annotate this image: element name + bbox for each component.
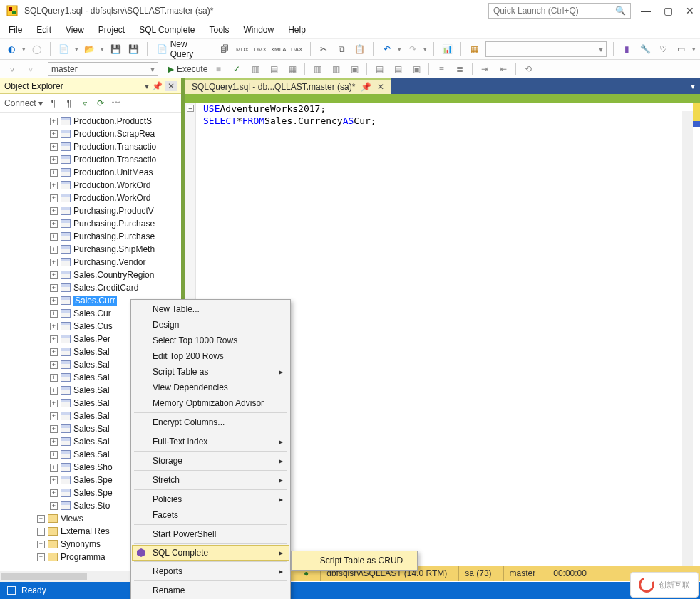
expand-icon[interactable]: + bbox=[50, 464, 58, 472]
context-menu-item[interactable]: Rename bbox=[133, 583, 289, 598]
tab-overflow-button[interactable]: ▾ bbox=[686, 78, 700, 94]
vertical-scrollbar[interactable] bbox=[682, 111, 693, 573]
results-grid-icon[interactable]: ▤ bbox=[371, 62, 387, 76]
panel-close-button[interactable]: ✕ bbox=[165, 81, 177, 91]
expand-icon[interactable]: + bbox=[50, 130, 58, 138]
database-selector[interactable]: master▾ bbox=[48, 62, 158, 76]
expand-icon[interactable]: + bbox=[37, 515, 45, 523]
tree-table-node[interactable]: +Purchasing.ShipMeth bbox=[50, 243, 181, 256]
minimize-button[interactable]: — bbox=[641, 5, 651, 16]
menu-window[interactable]: Window bbox=[243, 25, 274, 35]
expand-icon[interactable]: + bbox=[50, 310, 58, 318]
tree-table-node[interactable]: +Production.WorkOrd bbox=[50, 179, 181, 192]
expand-icon[interactable]: + bbox=[50, 220, 58, 228]
t2-icon[interactable]: ▥ bbox=[328, 62, 344, 76]
results-text-icon[interactable]: ▤ bbox=[390, 62, 406, 76]
close-button[interactable]: ✕ bbox=[686, 5, 694, 16]
tree-table-node[interactable]: +Purchasing.Vendor bbox=[50, 256, 181, 269]
context-menu-item[interactable]: Script Table as▸ bbox=[133, 364, 289, 380]
save-button[interactable]: 💾 bbox=[108, 42, 122, 56]
filter2-icon[interactable]: ▿ bbox=[23, 62, 38, 76]
expand-icon[interactable]: + bbox=[50, 233, 58, 241]
toolbar-combo[interactable]: ▾ bbox=[485, 41, 607, 57]
tree-table-node[interactable]: +Production.ProductS bbox=[50, 115, 181, 127]
nav-back-button[interactable]: ◐ bbox=[4, 42, 18, 56]
new-item-button[interactable]: 📄 bbox=[57, 42, 71, 56]
tree-table-node[interactable]: +Purchasing.Purchase bbox=[50, 230, 181, 243]
xmla-query-icon[interactable]: XMLA bbox=[272, 42, 286, 56]
tree-table-node[interactable]: +Production.WorkOrd bbox=[50, 192, 181, 204]
tree-table-node[interactable]: +Purchasing.Purchase bbox=[50, 217, 181, 230]
activity-monitor-icon[interactable]: 📊 bbox=[441, 42, 454, 56]
ext-btn1-icon[interactable]: ▮ bbox=[620, 42, 634, 56]
dmx-query-icon[interactable]: DMX bbox=[254, 42, 267, 56]
menu-edit[interactable]: Edit bbox=[36, 25, 51, 35]
expand-icon[interactable]: + bbox=[50, 207, 58, 215]
expand-icon[interactable]: + bbox=[50, 400, 58, 407]
expand-icon[interactable]: + bbox=[50, 259, 58, 266]
expand-icon[interactable]: + bbox=[37, 541, 45, 548]
oe-icon-1[interactable]: ¶ bbox=[48, 98, 58, 108]
copy-button[interactable]: ⧉ bbox=[335, 42, 349, 56]
expand-icon[interactable]: + bbox=[50, 438, 58, 446]
oe-filter-icon[interactable]: ▿ bbox=[80, 98, 90, 108]
undo-button[interactable]: ↶ bbox=[380, 42, 393, 56]
expand-icon[interactable]: + bbox=[50, 348, 58, 356]
heart-icon[interactable]: ♡ bbox=[657, 42, 670, 56]
tables-icon[interactable]: ▦ bbox=[468, 42, 481, 56]
expand-icon[interactable]: + bbox=[50, 194, 58, 202]
tab-close-button[interactable]: ✕ bbox=[377, 82, 384, 92]
context-menu-item[interactable]: Policies▸ bbox=[133, 491, 289, 507]
expand-icon[interactable]: + bbox=[50, 182, 58, 189]
tree-table-node[interactable]: +Sales.CreditCard bbox=[50, 281, 181, 294]
maximize-button[interactable]: ▢ bbox=[664, 5, 673, 16]
tree-table-node[interactable]: +Production.ScrapRea bbox=[50, 127, 181, 140]
expand-icon[interactable]: + bbox=[50, 387, 58, 395]
expand-icon[interactable]: + bbox=[50, 118, 58, 125]
expand-icon[interactable]: + bbox=[50, 323, 58, 330]
panel-dropdown-icon[interactable]: ▾ bbox=[145, 81, 149, 91]
query-options-icon[interactable]: ▤ bbox=[266, 62, 282, 76]
context-menu-item[interactable]: Edit Top 200 Rows bbox=[133, 348, 289, 364]
include-plan-icon[interactable]: ▦ bbox=[284, 62, 300, 76]
expand-icon[interactable]: + bbox=[50, 489, 58, 497]
context-menu-item[interactable]: Memory Optimization Advisor bbox=[133, 395, 289, 411]
t3-icon[interactable]: ▣ bbox=[346, 62, 362, 76]
estimated-plan-icon[interactable]: ▥ bbox=[247, 62, 263, 76]
quick-launch-input[interactable]: Quick Launch (Ctrl+Q) 🔍 bbox=[488, 3, 631, 19]
save-all-button[interactable]: 💾 bbox=[127, 42, 140, 56]
db-engine-query-icon[interactable]: 🗐 bbox=[217, 42, 231, 56]
context-menu-item[interactable]: Storage▸ bbox=[133, 453, 289, 469]
expand-icon[interactable]: + bbox=[50, 451, 58, 459]
expand-icon[interactable]: + bbox=[50, 361, 58, 369]
fold-minus-icon[interactable]: − bbox=[187, 105, 194, 112]
expand-icon[interactable]: + bbox=[50, 412, 58, 420]
nav-forward-button[interactable]: ◯ bbox=[30, 42, 43, 56]
expand-icon[interactable]: + bbox=[37, 553, 45, 561]
tree-table-node[interactable]: +Production.Transactio bbox=[50, 140, 181, 153]
expand-icon[interactable]: + bbox=[50, 425, 58, 433]
tab-pin-icon[interactable]: 📌 bbox=[361, 82, 371, 92]
context-menu-item[interactable]: New Table... bbox=[133, 301, 289, 317]
window-icon[interactable]: ▭ bbox=[674, 42, 688, 56]
expand-icon[interactable]: + bbox=[50, 335, 58, 343]
comment-icon[interactable]: ≡ bbox=[433, 62, 449, 76]
oe-pulse-icon[interactable]: 〰 bbox=[111, 98, 121, 108]
expand-icon[interactable]: + bbox=[50, 374, 58, 382]
tree-table-node[interactable]: +Production.UnitMeas bbox=[50, 166, 181, 179]
menu-tools[interactable]: Tools bbox=[209, 25, 229, 35]
menu-sql-complete[interactable]: SQL Complete bbox=[139, 25, 195, 35]
menu-help[interactable]: Help bbox=[288, 25, 306, 35]
context-menu-item[interactable]: View Dependencies bbox=[133, 380, 289, 395]
context-menu-item[interactable]: Start PowerShell bbox=[133, 526, 289, 542]
open-button[interactable]: 📂 bbox=[83, 42, 96, 56]
menu-file[interactable]: File bbox=[9, 25, 22, 35]
oe-refresh-icon[interactable]: ⟳ bbox=[96, 98, 105, 108]
context-menu-item[interactable]: Encrypt Columns... bbox=[133, 415, 289, 430]
redo-button[interactable]: ↷ bbox=[406, 42, 419, 56]
submenu-item[interactable]: Script Table as CRUD bbox=[293, 553, 416, 568]
tree-table-node[interactable]: +Purchasing.ProductV bbox=[50, 204, 181, 217]
expand-icon[interactable]: + bbox=[50, 297, 58, 305]
oe-icon-2[interactable]: ¶ bbox=[64, 98, 74, 108]
expand-icon[interactable]: + bbox=[50, 284, 58, 292]
